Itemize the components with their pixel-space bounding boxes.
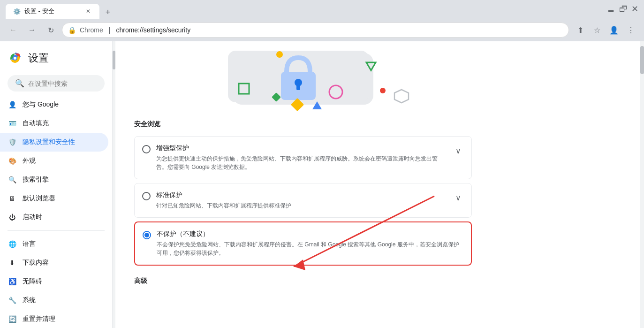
settings-search-input[interactable] xyxy=(28,80,97,87)
close-icon[interactable]: ✕ xyxy=(631,4,638,14)
search-icon: 🔍 xyxy=(15,79,24,88)
enhanced-expand-icon[interactable]: ∨ xyxy=(453,145,464,156)
sidebar-item-startup[interactable]: ⏻ 启动时 xyxy=(0,208,108,227)
download-icon: ⬇ xyxy=(8,258,17,267)
enhanced-protection-title: 增强型保护 xyxy=(156,144,447,153)
sidebar-item-autofill[interactable]: 🪪 自动填充 xyxy=(0,114,108,133)
sidebar-item-language[interactable]: 🌐 语言 xyxy=(0,235,108,253)
main-scrollbar[interactable] xyxy=(640,41,644,328)
settings-layout: 设置 🔍 👤 您与 Google 🪪 自动填充 🛡️ 隐私设置和安全性 � xyxy=(0,41,644,328)
tab-title: 设置 - 安全 xyxy=(24,7,81,15)
forward-button[interactable]: → xyxy=(24,23,39,38)
main-scrollbar-thumb[interactable] xyxy=(640,46,644,74)
window-controls: 🗕 🗗 ✕ xyxy=(607,4,638,14)
address-bar-row: ← → ↻ 🔒 Chrome | chrome://settings/secur… xyxy=(0,19,644,41)
sidebar-label-reset: 重置并清理 xyxy=(23,315,55,323)
safe-browsing-section: 安全浏览 增强型保护 为您提供更快速主动的保护措施，免受危险网站、下载内容和扩展… xyxy=(134,120,472,285)
lock-icon: 🔒 xyxy=(68,26,76,34)
palette-icon: 🎨 xyxy=(8,156,17,166)
content-area: 安全浏览 增强型保护 为您提供更快速主动的保护措施，免受危险网站、下载内容和扩展… xyxy=(115,41,491,304)
sidebar-label-you-google: 您与 Google xyxy=(23,100,59,109)
svg-point-2 xyxy=(14,57,16,60)
svg-rect-6 xyxy=(296,84,300,90)
power-icon: ⏻ xyxy=(8,213,17,222)
globe-icon: 🌐 xyxy=(8,239,17,249)
no-protection-content: 不保护（不建议） 不会保护您免受危险网站、下载内容和扩展程序的侵害。在 Gmai… xyxy=(157,230,463,257)
svg-marker-15 xyxy=(394,90,409,103)
sidebar-label-system: 系统 xyxy=(23,296,36,305)
reset-icon: 🔄 xyxy=(8,314,17,324)
site-name: Chrome xyxy=(80,26,103,34)
standard-protection-desc: 针对已知危险网站、下载内容和扩展程序提供标准保护 xyxy=(156,201,447,210)
back-button[interactable]: ← xyxy=(6,23,21,38)
sidebar-item-system[interactable]: 🔧 系统 xyxy=(0,291,108,310)
no-protection-card[interactable]: 不保护（不建议） 不会保护您免受危险网站、下载内容和扩展程序的侵害。在 Gmai… xyxy=(134,221,472,266)
system-icon: 🔧 xyxy=(8,296,17,305)
toolbar-actions: ⬆ ☆ 👤 ⋮ xyxy=(573,23,638,38)
safe-browsing-title: 安全浏览 xyxy=(134,120,472,129)
hero-illustration xyxy=(134,41,462,116)
tab-close-button[interactable]: ✕ xyxy=(84,8,92,15)
sidebar-header: 设置 xyxy=(0,45,112,71)
profile-icon[interactable]: 👤 xyxy=(606,23,621,38)
standard-expand-icon[interactable]: ∨ xyxy=(453,192,464,203)
sidebar-item-you-google[interactable]: 👤 您与 Google xyxy=(0,95,108,114)
enhanced-protection-radio[interactable] xyxy=(142,145,151,153)
enhanced-protection-desc: 为您提供更快速主动的保护措施，免受危险网站、下载内容和扩展程序的威胁。系统会在密… xyxy=(156,154,447,171)
accessibility-icon: ♿ xyxy=(8,277,17,286)
sidebar-item-accessibility[interactable]: ♿ 无障碍 xyxy=(0,272,108,291)
svg-marker-10 xyxy=(312,101,322,109)
url-path: chrome://settings/security xyxy=(116,26,190,34)
new-tab-button[interactable]: + xyxy=(101,6,114,19)
shield-icon: 🛡️ xyxy=(8,137,17,147)
sidebar-label-browser: 默认浏览器 xyxy=(23,194,55,203)
autofill-icon: 🪪 xyxy=(8,119,17,128)
menu-icon[interactable]: ⋮ xyxy=(623,23,638,38)
sidebar-item-reset[interactable]: 🔄 重置并清理 xyxy=(0,310,108,328)
reload-button[interactable]: ↻ xyxy=(43,23,58,38)
standard-protection-radio[interactable] xyxy=(142,192,151,200)
browser-icon: 🖥 xyxy=(8,194,17,203)
no-protection-title: 不保护（不建议） xyxy=(157,230,463,238)
sidebar-item-downloads[interactable]: ⬇ 下载内容 xyxy=(0,253,108,272)
standard-protection-title: 标准保护 xyxy=(156,191,447,199)
sidebar-divider-1 xyxy=(8,230,105,231)
enhanced-protection-content: 增强型保护 为您提供更快速主动的保护措施，免受危险网站、下载内容和扩展程序的威胁… xyxy=(156,144,447,171)
advanced-section-title: 高级 xyxy=(134,277,472,285)
no-protection-radio[interactable] xyxy=(143,231,151,239)
sidebar-label-language: 语言 xyxy=(23,240,36,248)
sidebar: 设置 🔍 👤 您与 Google 🪪 自动填充 🛡️ 隐私设置和安全性 � xyxy=(0,41,113,328)
standard-protection-row[interactable]: 标准保护 针对已知危险网站、下载内容和扩展程序提供标准保护 ∨ xyxy=(135,183,471,217)
active-tab[interactable]: ⚙️ 设置 - 安全 ✕ xyxy=(6,4,99,19)
sidebar-label-autofill: 自动填充 xyxy=(23,119,49,128)
search-engine-icon: 🔍 xyxy=(8,175,17,184)
settings-page-title: 设置 xyxy=(28,51,49,65)
no-protection-row[interactable]: 不保护（不建议） 不会保护您免受危险网站、下载内容和扩展程序的侵害。在 Gmai… xyxy=(135,222,471,265)
enhanced-protection-card[interactable]: 增强型保护 为您提供更快速主动的保护措施，免受危险网站、下载内容和扩展程序的威胁… xyxy=(134,136,472,179)
no-protection-desc: 不会保护您免受危险网站、下载内容和扩展程序的侵害。在 Gmail 和 Googl… xyxy=(157,240,463,257)
sidebar-item-appearance[interactable]: 🎨 外观 xyxy=(0,152,108,170)
tab-settings-icon: ⚙️ xyxy=(13,8,21,15)
sidebar-label-startup: 启动时 xyxy=(23,213,42,221)
settings-search-bar[interactable]: 🔍 xyxy=(8,75,105,92)
minimize-icon[interactable]: 🗕 xyxy=(607,4,615,14)
address-bar[interactable]: 🔒 Chrome | chrome://settings/security xyxy=(62,23,569,38)
share-icon[interactable]: ⬆ xyxy=(573,23,588,38)
sidebar-label-appearance: 外观 xyxy=(23,157,36,165)
sidebar-item-search[interactable]: 🔍 搜索引擎 xyxy=(0,170,108,189)
browser-window: ⚙️ 设置 - 安全 ✕ + 🗕 🗗 ✕ ← → ↻ 🔒 Chrome | ch… xyxy=(0,0,644,328)
sidebar-item-default-browser[interactable]: 🖥 默认浏览器 xyxy=(0,189,108,208)
svg-point-7 xyxy=(276,51,283,58)
standard-protection-content: 标准保护 针对已知危险网站、下载内容和扩展程序提供标准保护 xyxy=(156,191,447,210)
restore-icon[interactable]: 🗗 xyxy=(619,4,628,14)
url-separator: | xyxy=(109,26,111,34)
bookmark-icon[interactable]: ☆ xyxy=(590,23,605,38)
standard-protection-card[interactable]: 标准保护 针对已知危险网站、下载内容和扩展程序提供标准保护 ∨ xyxy=(134,183,472,218)
chrome-logo xyxy=(8,51,23,66)
main-content[interactable]: 安全浏览 增强型保护 为您提供更快速主动的保护措施，免受危险网站、下载内容和扩展… xyxy=(115,41,640,328)
svg-point-14 xyxy=(380,88,386,93)
person-icon: 👤 xyxy=(8,100,17,109)
sidebar-item-privacy[interactable]: 🛡️ 隐私设置和安全性 xyxy=(0,133,108,152)
sidebar-label-downloads: 下载内容 xyxy=(23,259,49,267)
enhanced-protection-row[interactable]: 增强型保护 为您提供更快速主动的保护措施，免受危险网站、下载内容和扩展程序的威胁… xyxy=(135,137,471,179)
